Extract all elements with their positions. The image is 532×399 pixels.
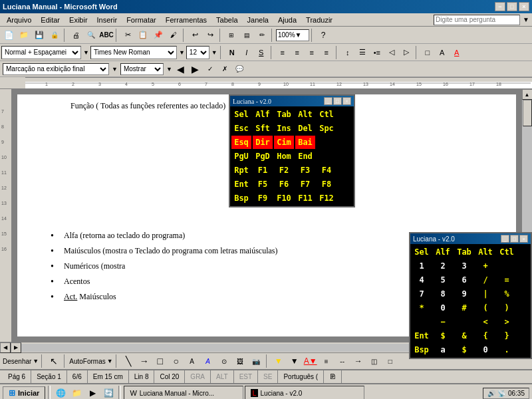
taskbar-word-app[interactable]: W Luciana Manual - Micro... (124, 386, 243, 399)
l2-lbrace[interactable]: { (475, 329, 495, 342)
search-input[interactable] (434, 15, 520, 25)
scroll-thumb[interactable] (523, 100, 532, 126)
luciana-cell-pgd[interactable]: PgD (253, 150, 273, 163)
luciana-cell-end[interactable]: End (295, 150, 315, 163)
luciana-cell-ent[interactable]: Ent (231, 178, 251, 191)
style-select[interactable]: Normal + Espaçamei (1, 46, 81, 59)
l2-lt[interactable]: < (475, 315, 495, 329)
scroll-right-button[interactable]: ▶ (11, 342, 21, 353)
l2-ent[interactable]: Ent (412, 329, 432, 342)
menu-traduzir[interactable]: Traduzir (302, 15, 336, 25)
l2-a[interactable]: a (433, 343, 453, 356)
l2-3[interactable]: 3 (454, 259, 474, 273)
luciana-cell-f12[interactable]: F12 (317, 192, 336, 205)
zoom-box[interactable]: 100% ▼ (276, 29, 309, 41)
l2-5[interactable]: 5 (433, 273, 453, 287)
fill-color[interactable]: ▼ (271, 354, 286, 368)
menu-exibir[interactable]: Exibir (65, 15, 92, 25)
luciana-cell-f9[interactable]: F9 (253, 192, 273, 205)
align-center[interactable]: ≡ (291, 46, 304, 59)
l2-ctl[interactable]: Ctl (497, 245, 517, 259)
outside-border[interactable]: □ (421, 46, 434, 59)
l2-hash[interactable]: # (454, 301, 474, 315)
numbering[interactable]: ☰ (356, 46, 369, 59)
style-arrow[interactable]: ▼ (83, 49, 89, 56)
increase-indent[interactable]: ▷ (400, 46, 413, 59)
arrow-tool[interactable]: → (137, 354, 152, 368)
l2-zero2[interactable]: 0 (475, 343, 495, 356)
luciana2-maximize[interactable]: □ (510, 235, 519, 243)
l2-bsp[interactable]: Bsp (412, 343, 432, 356)
l2-1[interactable]: 1 (412, 259, 432, 273)
l2-rbrace[interactable]: } (497, 329, 517, 342)
font-arrow[interactable]: ▼ (179, 49, 185, 56)
luciana-cell-dir[interactable]: Dir (253, 136, 273, 149)
l2-8[interactable]: 8 (433, 287, 453, 301)
luciana-cell-hom[interactable]: Hom (274, 150, 294, 163)
draw-arrow[interactable]: ▼ (33, 358, 39, 364)
l2-sel[interactable]: Sel (412, 245, 432, 259)
bold-button[interactable]: N (225, 46, 239, 59)
luciana-cell-f11[interactable]: F11 (295, 192, 315, 205)
taskbar-mediaplayer-icon[interactable]: ▶ (85, 386, 100, 399)
line-spacing[interactable]: ↕ (341, 46, 354, 59)
menu-arquivo[interactable]: Arquivo (3, 15, 35, 25)
luciana-cell-cim[interactable]: Cim (274, 136, 294, 149)
l2-9[interactable]: 9 (454, 287, 474, 301)
l2-pipe[interactable]: | (475, 287, 495, 301)
luciana-cell-f5[interactable]: F5 (253, 178, 273, 191)
size-arrow[interactable]: ▼ (211, 49, 217, 56)
show-select[interactable]: Mostrar (120, 63, 164, 75)
luciana-cell-f6[interactable]: F6 (274, 178, 294, 191)
luciana-maximize[interactable]: □ (333, 97, 342, 105)
preview-button[interactable]: 🔍 (84, 28, 98, 43)
luciana-cell-spc[interactable]: Spc (317, 122, 336, 135)
print-button[interactable]: 🖨 (68, 28, 83, 43)
taskbar-luciana-app[interactable]: L Luciana - v2.0 (245, 386, 364, 399)
line-style[interactable]: ≡ (319, 354, 334, 368)
close-button[interactable]: × (519, 2, 529, 11)
l2-lparen[interactable]: ( (475, 301, 495, 315)
l2-0[interactable]: 0 (433, 301, 453, 315)
l2-plus[interactable]: + (475, 259, 495, 273)
taskbar-sync-icon[interactable]: 🔄 (101, 386, 116, 399)
luciana-minimize[interactable]: _ (324, 97, 332, 105)
help-button[interactable]: ? (316, 28, 331, 43)
decrease-indent[interactable]: ◁ (385, 46, 398, 59)
luciana-cell-pgu[interactable]: PgU (231, 150, 251, 163)
review-select[interactable]: Marcação na exibição final (3, 63, 109, 75)
menu-tabela[interactable]: Tabela (212, 15, 241, 25)
zoom-arrow[interactable]: ▼ (295, 31, 302, 39)
luciana-cell-esq[interactable]: Esq (231, 136, 251, 149)
line-color[interactable]: ▼ (287, 354, 302, 368)
redo-button[interactable]: ↪ (203, 28, 217, 43)
menu-janela[interactable]: Janela (243, 15, 273, 25)
menu-formatar[interactable]: Formatar (122, 15, 160, 25)
scroll-up-button[interactable]: ▲ (522, 89, 533, 100)
l2-gt[interactable]: > (497, 315, 517, 329)
l2-4[interactable]: 4 (412, 273, 432, 287)
l2-dollar2[interactable]: $ (454, 343, 474, 356)
image-tool[interactable]: 📷 (249, 354, 263, 368)
luciana-close[interactable]: × (342, 97, 351, 105)
l2-alf[interactable]: Alf (433, 245, 453, 259)
luciana-cell-f8[interactable]: F8 (317, 178, 336, 191)
wordart-tool[interactable]: A (201, 354, 215, 368)
luciana-cell-f1[interactable]: F1 (253, 164, 273, 177)
comment-button[interactable]: 💬 (233, 63, 245, 75)
show-arrow[interactable]: ▼ (166, 66, 172, 72)
menu-ferramentas[interactable]: Ferramentas (162, 15, 211, 25)
justify[interactable]: ≡ (320, 46, 333, 59)
luciana-cell-f10[interactable]: F10 (274, 192, 294, 205)
italic-button[interactable]: I (240, 46, 253, 59)
size-select[interactable]: 12 (186, 46, 209, 59)
3d[interactable]: □ (383, 354, 398, 368)
permission-button[interactable]: 🔒 (47, 28, 62, 43)
accept-change[interactable]: ✓ (204, 63, 216, 75)
undo-button[interactable]: ↩ (188, 28, 202, 43)
taskbar-folder-icon[interactable]: 📁 (69, 386, 84, 399)
luciana-cell-bsp[interactable]: Bsp (231, 192, 251, 205)
l2-amp[interactable]: & (454, 329, 474, 342)
paste-button[interactable]: 📌 (151, 28, 166, 43)
select-tool[interactable]: ↖ (47, 354, 61, 368)
